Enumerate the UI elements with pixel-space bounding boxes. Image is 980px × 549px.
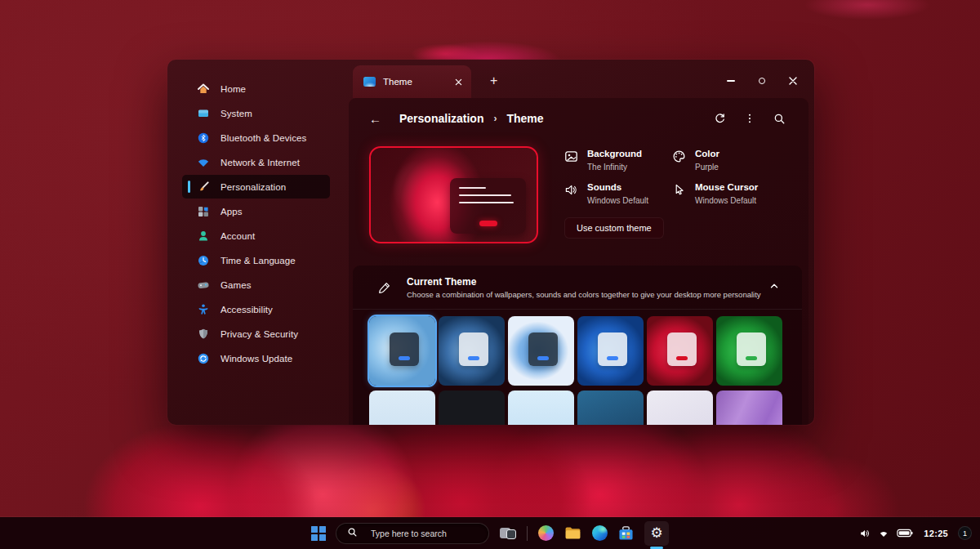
close-button[interactable] — [788, 76, 798, 86]
theme-tab-icon — [363, 77, 376, 87]
content-pane: ← Personalization › Theme — [349, 98, 808, 425]
sidebar-item-label: Apps — [220, 207, 243, 216]
settings-app-button[interactable]: ⚙ — [644, 521, 669, 546]
notification-badge[interactable]: 1 — [958, 526, 972, 540]
current-theme-header[interactable]: Current Theme Choose a combination of wa… — [353, 266, 802, 309]
new-tab-button[interactable]: + — [490, 74, 497, 87]
setting-background[interactable]: Background The Infinity — [564, 149, 672, 172]
theme-tile-bloom-light-blue[interactable] — [369, 316, 435, 386]
setting-label: Background — [587, 149, 642, 160]
chevron-right-icon: › — [493, 113, 497, 124]
taskbar-center: ⚙ — [311, 517, 669, 549]
gear-icon: ⚙ — [650, 526, 662, 540]
chevron-up-icon[interactable] — [768, 280, 780, 295]
sidebar-item-label: System — [220, 109, 252, 118]
sidebar-item-accessibility[interactable]: Accessibility — [182, 297, 330, 321]
games-icon — [197, 279, 210, 292]
start-button[interactable] — [311, 526, 325, 540]
theme-tile-sky-light[interactable] — [508, 391, 574, 425]
setting-mouse-cursor[interactable]: Mouse Cursor Windows Default — [672, 182, 758, 205]
theme-tile-bloom-light[interactable] — [508, 316, 574, 386]
theme-tile-bloom-green[interactable] — [716, 316, 782, 386]
network-icon — [197, 156, 210, 169]
sidebar-item-label: Bluetooth & Devices — [220, 133, 306, 143]
breadcrumb-current: Theme — [506, 112, 543, 125]
setting-color[interactable]: Color Purple — [672, 149, 758, 172]
sidebar-item-bluetooth-devices[interactable]: Bluetooth & Devices — [182, 126, 330, 150]
selected-indicator — [188, 181, 190, 193]
taskbar-search[interactable] — [336, 523, 489, 544]
privacy-icon — [197, 328, 210, 341]
sidebar-item-apps[interactable]: Apps — [182, 199, 330, 223]
theme-tile-bloom-blue[interactable] — [577, 316, 644, 386]
microsoft-store-button[interactable] — [618, 526, 634, 541]
setting-value: Windows Default — [695, 196, 758, 205]
sidebar-item-label: Home — [220, 84, 246, 94]
refresh-button[interactable] — [714, 113, 726, 125]
current-theme-panel: Current Theme Choose a combination of wa… — [353, 266, 802, 425]
titlebar: Theme + — [343, 60, 814, 98]
taskbar-separator — [527, 526, 528, 541]
sidebar-item-time-language[interactable]: Time & Language — [182, 248, 330, 272]
copilot-button[interactable] — [538, 525, 554, 541]
volume-icon[interactable] — [859, 528, 871, 539]
breadcrumb: ← Personalization › Theme — [349, 98, 808, 139]
theme-tile-sunrise-light[interactable] — [369, 391, 435, 425]
page-actions — [714, 113, 786, 125]
system-tray: 12:25 1 — [859, 517, 972, 549]
current-theme-subtitle: Choose a combination of wallpapers, soun… — [407, 290, 761, 299]
theme-tile-ocean-blue[interactable] — [577, 391, 644, 425]
use-custom-theme-button[interactable]: Use custom theme — [564, 217, 664, 239]
back-button[interactable]: ← — [369, 112, 381, 126]
brush-icon — [377, 281, 391, 295]
theme-tiles — [353, 310, 802, 425]
tab-close-icon[interactable] — [455, 78, 462, 86]
sidebar-item-personalization[interactable]: Personalization — [182, 175, 330, 199]
time-language-icon — [197, 254, 210, 267]
edge-browser-button[interactable] — [592, 525, 608, 541]
theme-tile-lavender-light[interactable] — [647, 391, 713, 425]
search-button[interactable] — [773, 113, 786, 125]
desktop: Home System Bluetooth & Devices Network … — [0, 0, 980, 549]
palette-icon — [672, 150, 686, 163]
mouse-cursor-icon — [672, 183, 686, 197]
sidebar: Home System Bluetooth & Devices Network … — [167, 60, 343, 425]
sidebar-item-label: Personalization — [220, 182, 286, 192]
search-icon — [347, 526, 358, 541]
search-input[interactable] — [371, 529, 477, 538]
minimize-button[interactable] — [726, 76, 736, 86]
setting-value: Windows Default — [587, 196, 648, 205]
preview-mock-window — [450, 178, 526, 234]
theme-tile-purple-waves[interactable] — [716, 391, 782, 425]
sidebar-item-windows-update[interactable]: Windows Update — [182, 346, 330, 370]
speaker-icon — [564, 183, 578, 197]
maximize-button[interactable] — [757, 76, 767, 86]
theme-tile-sunrise-dark[interactable] — [439, 391, 505, 425]
personalization-icon — [197, 181, 210, 194]
battery-icon[interactable] — [897, 529, 913, 538]
tab-theme[interactable]: Theme — [353, 65, 471, 98]
setting-label: Color — [695, 149, 719, 160]
windows-update-icon — [197, 352, 210, 365]
task-view-button[interactable] — [500, 524, 516, 542]
wifi-icon[interactable] — [878, 528, 889, 539]
clock[interactable]: 12:25 — [924, 529, 948, 538]
theme-tile-bloom-red[interactable] — [647, 316, 713, 386]
theme-tile-bloom-dark-blue[interactable] — [439, 316, 505, 386]
bluetooth-icon — [197, 132, 210, 145]
account-icon — [197, 230, 210, 243]
system-icon — [197, 107, 210, 120]
sidebar-item-network-internet[interactable]: Network & Internet — [182, 150, 330, 174]
sidebar-item-account[interactable]: Account — [182, 224, 330, 248]
file-explorer-button[interactable] — [564, 526, 581, 540]
apps-icon — [197, 205, 210, 218]
sidebar-item-system[interactable]: System — [182, 101, 330, 125]
sidebar-item-home[interactable]: Home — [182, 77, 330, 100]
setting-value: The Infinity — [587, 163, 642, 172]
sidebar-item-games[interactable]: Games — [182, 273, 330, 297]
theme-tile-row-1 — [369, 316, 786, 386]
breadcrumb-parent[interactable]: Personalization — [399, 112, 483, 125]
setting-sounds[interactable]: Sounds Windows Default — [564, 182, 672, 205]
more-options-button[interactable] — [744, 113, 755, 124]
sidebar-item-privacy-security[interactable]: Privacy & Security — [182, 322, 330, 346]
